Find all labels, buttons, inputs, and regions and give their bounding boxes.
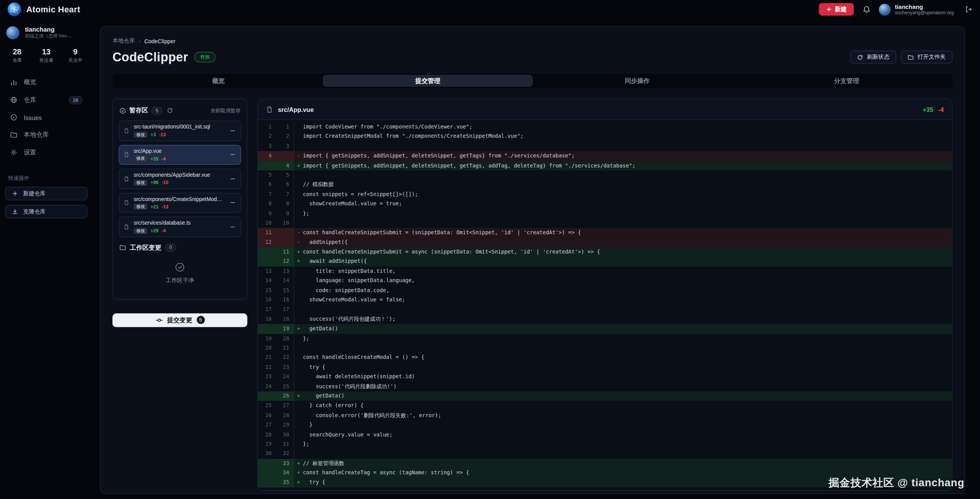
diff-line: 19 + getData() (258, 324, 952, 334)
file-icon (124, 224, 129, 230)
diff-code: }; (303, 209, 310, 218)
line-number-old (258, 458, 276, 468)
diff-code: searchQuery.value = value; (303, 430, 393, 440)
unstage-file-button[interactable] (229, 175, 236, 182)
stat-value: 9 (61, 47, 90, 56)
notifications-bell-icon[interactable] (862, 5, 870, 14)
quick-action-button[interactable]: 克隆仓库 (5, 205, 88, 219)
line-number-old: 9 (258, 209, 276, 218)
unstage-file-button[interactable] (229, 151, 236, 158)
tab[interactable]: 同步操作 (532, 75, 742, 87)
line-number-old: 7 (258, 189, 276, 199)
stat-value: 13 (32, 47, 61, 56)
line-number-new: 13 (276, 266, 294, 276)
open-folder-button[interactable]: 打开文件夹 (901, 51, 953, 64)
line-number-new: 15 (276, 286, 294, 295)
diff-line: 3 3 (258, 142, 952, 151)
line-number-new: 19 (276, 324, 294, 334)
new-button[interactable]: 新建 (819, 3, 854, 15)
diff-line: 17 17 (258, 305, 952, 315)
brand[interactable]: Atomic Heart (7, 2, 80, 16)
diff-line: 19 20 }; (258, 334, 952, 343)
diff-body[interactable]: 1 1 import CodeViewer from "./components… (258, 120, 952, 490)
sidebar-menu-item[interactable]: Issues (0, 108, 92, 126)
refresh-status-button[interactable]: 刷新状态 (850, 51, 897, 64)
staged-file-name: src/App.vue (134, 148, 225, 154)
line-number-old: 28 (258, 430, 276, 440)
commit-button[interactable]: 提交变更 5 (112, 313, 247, 327)
diff-code: try { (303, 362, 326, 372)
diff-code: try { (303, 478, 326, 487)
sidebar-menu-item[interactable]: 设置 (0, 144, 92, 161)
diff-marker (294, 353, 303, 363)
refresh-staging-icon[interactable] (167, 107, 173, 113)
diff-code: code: snippetData.code, (303, 286, 390, 295)
unstage-all-link[interactable]: 全部取消暂存 (210, 107, 241, 114)
line-number-new: 10 (276, 218, 294, 228)
diff-marker: + (294, 247, 303, 257)
profile-stat[interactable]: 28 仓库 (2, 47, 31, 64)
diff-marker: + (294, 468, 303, 478)
line-number-new: 23 (276, 362, 294, 372)
line-number-old: 26 (258, 411, 276, 420)
staged-file-item[interactable]: src/App.vue 修改 +35 -4 (119, 144, 241, 165)
unstage-file-button[interactable] (229, 199, 236, 206)
signout-icon[interactable] (965, 6, 972, 13)
diff-marker (294, 266, 303, 276)
user-avatar[interactable] (878, 3, 890, 15)
staged-file-item[interactable]: src/components/CreateSnippetModal.vue 修改… (119, 193, 241, 213)
workspace-clean-indicator: 工作区干净 (119, 262, 241, 284)
line-number-new (276, 238, 294, 247)
breadcrumb-current: CodeClipper (144, 38, 176, 44)
download-icon (12, 208, 18, 215)
line-number-old (258, 391, 276, 401)
diff-marker (294, 420, 303, 430)
sidebar-menu-item[interactable]: 本地仓库 (0, 126, 92, 144)
breadcrumb-parent[interactable]: 本地仓库 (112, 37, 135, 45)
diff-marker (294, 189, 303, 199)
profile-stat[interactable]: 13 关注者 (32, 47, 61, 64)
menu-item-badge: 28 (68, 96, 82, 104)
diff-line: 1 1 import CodeViewer from "./components… (258, 122, 952, 132)
tab[interactable]: 概览 (114, 75, 323, 87)
diff-line: 11 - const handleCreateSnippetSubmit = (… (258, 228, 952, 238)
line-number-new (276, 228, 294, 238)
tab[interactable]: 分支管理 (742, 75, 951, 87)
line-number-old: 21 (258, 353, 276, 363)
unstage-file-button[interactable] (229, 223, 236, 230)
line-number-new: 35 (276, 478, 294, 487)
app-title: Atomic Heart (26, 5, 80, 14)
staging-header: 暂存区 5 全部取消暂存 (119, 105, 241, 120)
file-icon (124, 200, 129, 206)
diff-code: // 标签管理函数 (303, 458, 344, 468)
globe-icon (10, 96, 17, 103)
tab[interactable]: 提交管理 (323, 75, 532, 87)
staged-file-item[interactable]: src/services/database.ts 修改 +29 -4 (119, 217, 241, 237)
unstage-file-button[interactable] (229, 127, 236, 134)
diff-line: 4 - import { getSnippets, addSnippet, de… (258, 151, 952, 161)
diff-marker (294, 401, 303, 411)
line-number-old (258, 161, 276, 171)
diff-marker (294, 372, 303, 382)
profile-stat[interactable]: 9 关注中 (61, 47, 90, 64)
staged-file-item[interactable]: src/components/AppSidebar.vue 修改 +96 -10 (119, 169, 241, 189)
line-number-new: 20 (276, 334, 294, 343)
user-meta[interactable]: tianchang xuchenyang@openatom.org (895, 3, 954, 16)
quick-action-button[interactable]: 新建仓库 (5, 187, 88, 201)
profile-avatar[interactable] (6, 26, 19, 39)
line-number-old: 22 (258, 362, 276, 372)
diff-line: 9 9 }; (258, 209, 952, 218)
profile-card[interactable]: tianchang 前端之虎（恩师 hex-... (0, 26, 92, 39)
sidebar-menu-item[interactable]: 仓库 28 (0, 91, 92, 108)
file-additions: +35 (151, 156, 159, 162)
sidebar-menu-item[interactable]: 概览 (0, 74, 92, 91)
diff-code: }; (303, 334, 310, 343)
diff-marker (294, 142, 303, 151)
diff-code: const handleCreateTag = async (tagName: … (303, 468, 469, 478)
line-number-new: 21 (276, 343, 294, 353)
line-number-old: 30 (258, 449, 276, 459)
staged-file-item[interactable]: src-tauri/migrations/0001_init.sql 修改 +3… (119, 120, 241, 141)
diff-code: const handleCreateSnippetSubmit = (snipp… (303, 228, 581, 238)
staged-file-name: src/components/AppSidebar.vue (134, 172, 225, 178)
diff-line: 27 29 } (258, 420, 952, 430)
